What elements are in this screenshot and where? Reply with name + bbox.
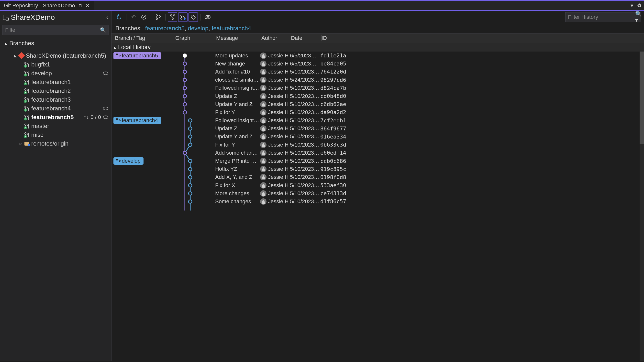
active-tab[interactable]: Git Repository - ShareXDemo ⊓ ✕ bbox=[0, 1, 94, 10]
branch-item[interactable]: + misc bbox=[0, 130, 111, 139]
commit-row[interactable]: Fix for X Jessie H 5/10/2023… 533aef30 bbox=[112, 181, 644, 189]
svg-point-10 bbox=[184, 18, 186, 20]
svg-point-3 bbox=[159, 16, 160, 17]
branch-item[interactable]: + featurebranch2 bbox=[0, 86, 111, 95]
commit-row[interactable]: featurebranch5 More updates Jessie H 6/5… bbox=[112, 51, 644, 60]
commit-author: Jessie H bbox=[260, 190, 289, 197]
gear-icon[interactable]: ✿ bbox=[637, 2, 642, 9]
commit-row[interactable]: Update Y and Z Jessie H 5/10/2023… c6db6… bbox=[112, 100, 644, 108]
commit-row[interactable]: Add some chan… Jessie H 5/10/2023… e60ed… bbox=[112, 149, 644, 157]
commit-row[interactable]: Hotfix YZ Jessie H 5/10/2023… 919c895c bbox=[112, 165, 644, 173]
close-icon[interactable]: ✕ bbox=[85, 2, 90, 9]
back-chevron-icon[interactable]: ‹ bbox=[106, 14, 108, 21]
scrollbar-thumb[interactable] bbox=[640, 51, 644, 144]
commit-author: Jessie H bbox=[260, 150, 289, 156]
branch-item[interactable]: + bugfix1 bbox=[0, 60, 111, 69]
commit-row[interactable]: Update Y and Z Jessie H 5/10/2023… 016ea… bbox=[112, 133, 644, 141]
commit-author: Jessie H bbox=[260, 101, 289, 107]
filter-history-input[interactable]: 🔍▾ bbox=[565, 12, 641, 22]
commit-row[interactable]: Fix for Y Jessie H 5/10/2023… 0b633c3d bbox=[112, 141, 644, 149]
commit-message: Hotfix YZ bbox=[215, 166, 259, 172]
search-icon[interactable]: 🔍▾ bbox=[635, 11, 642, 23]
commit-row[interactable]: Add fix for #10 Jessie H 5/10/2023… 7641… bbox=[112, 68, 644, 76]
refresh-button[interactable] bbox=[114, 12, 124, 22]
commit-row[interactable]: Update Z Jessie H 5/10/2023… cd0b48d0 bbox=[112, 92, 644, 100]
commit-message: Followed insight… bbox=[215, 117, 259, 124]
commit-message: Some changes bbox=[215, 198, 259, 205]
commit-row[interactable]: Followed insight… Jessie H 5/10/2023… d8… bbox=[112, 84, 644, 92]
commit-row[interactable]: New change Jessie H 6/5/2023… be84ca05 bbox=[112, 60, 644, 68]
branch-item[interactable]: + featurebranch1 bbox=[0, 78, 111, 86]
remotes-label: remotes/origin bbox=[31, 140, 68, 147]
commit-date: 5/10/2023… bbox=[290, 142, 319, 148]
eye-icon[interactable] bbox=[103, 71, 108, 75]
column-message[interactable]: Message bbox=[216, 35, 261, 41]
tab-title: Git Repository - ShareXDemo bbox=[4, 2, 75, 9]
branch-item[interactable]: + master bbox=[0, 122, 111, 130]
branch-badge[interactable]: featurebranch4 bbox=[114, 117, 161, 124]
scrollbar-track[interactable] bbox=[640, 51, 644, 361]
branch-button[interactable] bbox=[154, 12, 163, 22]
column-date[interactable]: Date bbox=[291, 35, 321, 41]
undo-button[interactable]: ↶ bbox=[129, 12, 138, 22]
commit-row[interactable]: Add X, Y, and Z Jessie H 5/10/2023… 0198… bbox=[112, 173, 644, 181]
branch-label: misc bbox=[31, 131, 43, 138]
eye-off-button[interactable] bbox=[203, 12, 212, 22]
commit-row[interactable]: More changes Jessie H 5/10/2023… ce74313… bbox=[112, 189, 644, 197]
commit-author: Jessie H bbox=[260, 109, 289, 115]
branch-badge[interactable]: featurebranch5 bbox=[114, 52, 161, 59]
commit-row[interactable]: closes #2 similar… Jessie H 5/24/2023… 9… bbox=[112, 76, 644, 84]
branch-filter-field[interactable] bbox=[5, 27, 100, 33]
commit-row[interactable]: featurebranch4 Followed insight… Jessie … bbox=[112, 116, 644, 125]
local-history-header[interactable]: ◣ Local History bbox=[112, 43, 644, 51]
branch-badge[interactable]: develop bbox=[114, 157, 144, 165]
breadcrumb-link[interactable]: develop bbox=[188, 25, 208, 31]
eye-icon[interactable] bbox=[103, 107, 108, 110]
commit-row[interactable]: Some changes Jessie H 5/10/2023… d1f86c5… bbox=[112, 197, 644, 205]
remotes-node[interactable]: ▷ remotes/origin bbox=[0, 139, 111, 148]
branch-breadcrumb: Branches: featurebranch5, develop, featu… bbox=[112, 23, 644, 33]
branch-label: master bbox=[31, 123, 49, 129]
commit-date: 5/10/2023… bbox=[290, 69, 319, 75]
history-table-header: Branch / Tag Graph Message Author Date I… bbox=[112, 33, 644, 43]
commit-author: Jessie H bbox=[260, 133, 289, 140]
branch-item[interactable]: + develop bbox=[0, 69, 111, 78]
commit-date: 5/10/2023… bbox=[290, 182, 319, 189]
commit-date: 5/10/2023… bbox=[290, 85, 319, 91]
column-author[interactable]: Author bbox=[261, 35, 291, 41]
column-id[interactable]: ID bbox=[322, 35, 353, 41]
commit-row[interactable]: Fix for Y Jessie H 5/10/2023… da90a2d2 bbox=[112, 108, 644, 116]
branch-item[interactable]: + featurebranch4 bbox=[0, 104, 111, 113]
repo-root-node[interactable]: ◣ ShareXDemo (featurebranch5) bbox=[0, 51, 111, 60]
branch-item[interactable]: + featurebranch5 ↑↓ 0 / 0 bbox=[0, 113, 111, 122]
commit-message: New change bbox=[215, 60, 259, 67]
eye-icon[interactable] bbox=[103, 115, 108, 119]
column-branch[interactable]: Branch / Tag bbox=[112, 35, 175, 41]
breadcrumb-link[interactable]: featurebranch5 bbox=[145, 25, 184, 31]
branch-item[interactable]: + featurebranch3 bbox=[0, 95, 111, 104]
expand-caret-icon[interactable]: ▷ bbox=[19, 142, 22, 146]
avatar-icon bbox=[260, 117, 266, 124]
commit-id: da90a2d2 bbox=[320, 109, 346, 115]
column-graph[interactable]: Graph bbox=[175, 35, 216, 41]
expand-caret-icon[interactable]: ◣ bbox=[14, 54, 17, 58]
svg-point-11 bbox=[192, 16, 193, 17]
branches-section-header[interactable]: ◣ Branches bbox=[2, 38, 109, 48]
commit-row[interactable]: develop Merge PR into d… Jessie H 5/10/2… bbox=[112, 157, 644, 165]
commit-date: 6/5/2023… bbox=[290, 52, 319, 59]
branch-filter-input[interactable]: 🔍 bbox=[2, 25, 109, 35]
tags-toggle[interactable] bbox=[188, 12, 198, 22]
remote-branches-toggle[interactable] bbox=[178, 12, 188, 22]
search-icon[interactable]: 🔍 bbox=[100, 27, 106, 33]
breadcrumb-link[interactable]: featurebranch4 bbox=[212, 25, 251, 31]
avatar-icon bbox=[260, 52, 266, 59]
filter-history-field[interactable] bbox=[568, 14, 635, 20]
commit-id: fd11e21a bbox=[320, 52, 346, 59]
commit-date: 5/10/2023… bbox=[290, 150, 319, 156]
dropdown-caret-icon[interactable]: ▾ bbox=[630, 2, 633, 9]
clock-check-button[interactable] bbox=[139, 12, 148, 22]
commit-id: 864f9677 bbox=[320, 126, 346, 132]
commit-row[interactable]: Update Z Jessie H 5/10/2023… 864f9677 bbox=[112, 125, 644, 133]
local-branches-toggle[interactable] bbox=[168, 12, 177, 22]
pin-icon[interactable]: ⊓ bbox=[78, 3, 82, 8]
